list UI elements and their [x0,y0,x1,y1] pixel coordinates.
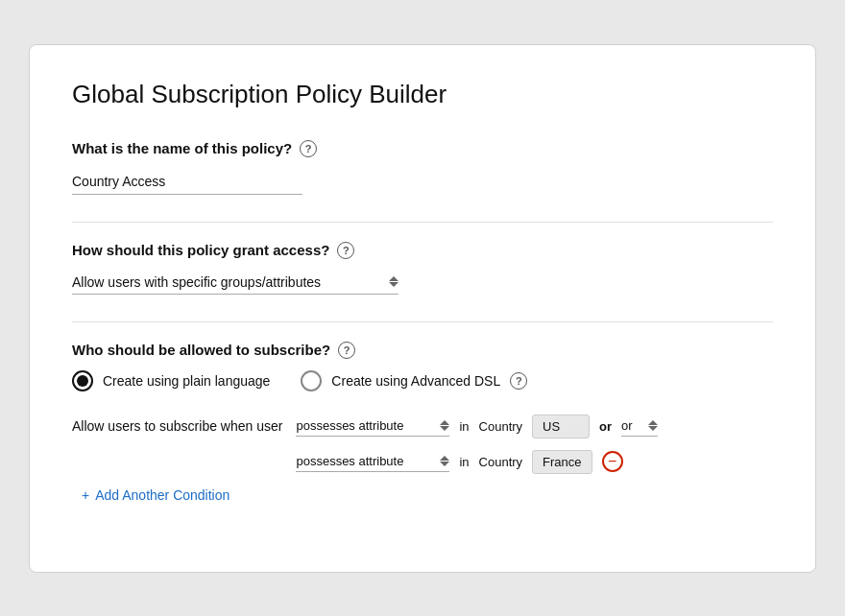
radio-dsl-outer [301,370,322,391]
advanced-dsl-help-icon[interactable]: ? [510,372,527,390]
divider-1 [72,222,773,223]
grant-access-label: How should this policy grant access? ? [72,242,773,259]
attribute-verb-select-1[interactable]: possesses attribute [296,418,434,433]
policy-name-section: What is the name of this policy? ? [72,140,773,195]
country-label-2: Country [479,455,523,469]
attribute-verb-select-wrapper-2: possesses attribute [296,451,449,472]
grant-access-select-wrapper: Allow users with specific groups/attribu… [72,271,398,295]
radio-plain-label: Create using plain language [103,373,270,389]
page-title: Global Subscription Policy Builder [72,80,773,109]
attribute-verb-spinner-1[interactable] [440,420,449,431]
plus-icon: + [82,487,89,503]
radio-group: Create using plain language Create using… [72,370,773,391]
grant-access-help-icon[interactable]: ? [337,242,354,259]
add-condition-button[interactable]: + Add Another Condition [82,487,773,503]
subscribe-help-icon[interactable]: ? [338,342,355,359]
radio-plain-language[interactable]: Create using plain language [72,370,270,391]
policy-name-help-icon[interactable]: ? [300,140,317,157]
radio-advanced-dsl[interactable]: Create using Advanced DSL ? [301,370,527,391]
condition-row-2: Allow users to subscribe when user posse… [72,450,773,474]
remove-condition-button-2[interactable]: − [602,451,623,472]
policy-name-input-wrapper [72,169,302,195]
conditions-block: Allow users to subscribe when user posse… [72,415,773,503]
or-select-1[interactable]: or and [621,418,642,433]
subscribe-label: Who should be allowed to subscribe? ? [72,342,773,359]
value-box-2: France [532,450,592,474]
or-spinner-1[interactable] [648,420,658,431]
grant-access-spinner-icon[interactable] [389,276,398,287]
subscribe-section: Who should be allowed to subscribe? ? Cr… [72,342,773,503]
condition-intro: Allow users to subscribe when user [72,418,282,434]
divider-2 [72,321,773,322]
or-select-wrapper-1: or and [621,415,658,437]
radio-plain-outer [72,370,93,391]
attribute-verb-select-2[interactable]: possesses attribute [296,454,434,468]
in-label-1: in [459,419,469,434]
radio-dsl-label: Create using Advanced DSL [331,373,500,389]
in-label-2: in [459,455,469,469]
value-box-1: US [532,415,590,438]
attribute-verb-select-wrapper-1: possesses attribute [296,415,449,437]
policy-name-label: What is the name of this policy? ? [72,140,773,157]
grant-access-select[interactable]: Allow users with specific groups/attribu… [72,274,383,290]
policy-name-input[interactable] [72,174,302,189]
radio-plain-inner [77,375,88,387]
country-label-1: Country [479,419,523,434]
grant-access-section: How should this policy grant access? ? A… [72,242,773,295]
attribute-verb-spinner-2[interactable] [440,456,449,466]
or-label-1: or [599,419,612,434]
condition-row-1: Allow users to subscribe when user posse… [72,415,773,438]
policy-builder-card: Global Subscription Policy Builder What … [29,44,816,573]
add-condition-label: Add Another Condition [95,487,229,503]
